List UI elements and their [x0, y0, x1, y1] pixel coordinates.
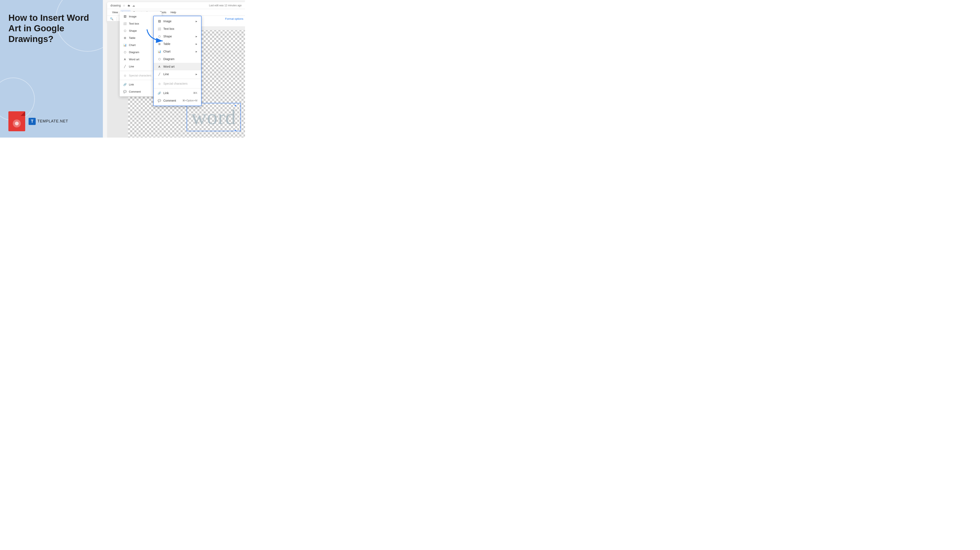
menu2-diagram[interactable]: ⬡ Diagram	[154, 55, 201, 63]
menu2-image-label: Image	[163, 19, 172, 23]
menu2-chart[interactable]: 📊 Chart ▶	[154, 48, 201, 55]
menu2-line-label: Line	[163, 72, 169, 76]
table-icon: ⊞	[123, 36, 127, 40]
menu2-chart-icon: 📊	[158, 49, 161, 53]
textbox-icon: ⬜	[123, 22, 127, 26]
menu2-special-chars-icon: ◎	[158, 82, 161, 86]
line-icon: ╱	[123, 64, 127, 68]
menu2-comment[interactable]: 💬 Comment ⌘+Option+M	[154, 97, 201, 104]
menu1-textbox-label: Text box	[129, 22, 139, 25]
menu2-comment-shortcut: ⌘+Option+M	[183, 99, 197, 102]
word-art-preview: word	[187, 103, 241, 131]
menu2-special-chars-label: Special characters	[163, 82, 188, 85]
drawings-title: drawing	[110, 4, 121, 7]
menu2-wordart[interactable]: A Word art	[154, 63, 201, 70]
special-chars-icon: ◎	[123, 73, 127, 77]
menu2-shape-arrow: ▶	[196, 35, 197, 38]
cloud-icon: ☁	[132, 4, 135, 7]
right-panel: drawing ☆ 🖿 ☁ Last edit was 12 minutes a…	[103, 0, 245, 137]
drawings-titlebar: drawing ☆ 🖿 ☁ Last edit was 12 minutes a…	[107, 2, 245, 9]
menu1-diagram-label: Diagram	[129, 51, 139, 54]
template-logo: T TEMPLATE.NET	[29, 118, 68, 125]
menu2-diagram-icon: ⬡	[158, 57, 161, 61]
blue-arrow	[145, 27, 166, 45]
logo-name: TEMPLATE.NET	[37, 119, 68, 123]
logo-t-icon: T	[29, 118, 36, 125]
menu2-special-chars[interactable]: ◎ Special characters	[154, 80, 201, 88]
wordart-icon: A	[123, 57, 127, 61]
menu1-shape-label: Shape	[129, 29, 137, 32]
menu2-table-arrow: ▶	[196, 43, 197, 45]
menu1-link-label: Link	[129, 83, 134, 86]
menu2-link-shortcut: ⌘K	[193, 92, 197, 94]
link-icon: 🔗	[123, 83, 127, 86]
left-panel: How to Insert Word Art in Google Drawing…	[0, 0, 103, 137]
menu2-comment-label: Comment	[163, 99, 176, 102]
chart-icon: 📊	[123, 43, 127, 47]
bottom-bar: T TEMPLATE.NET	[8, 111, 94, 131]
menu1-comment-label: Comment	[129, 90, 141, 93]
menu2-link-icon: 🔗	[158, 91, 161, 95]
menu2-line[interactable]: ╱ Line ▶	[154, 70, 201, 78]
menu1-image-label: Image	[129, 15, 137, 18]
zoom-btn[interactable]: 🔍	[109, 17, 115, 21]
image-icon: 🖼	[123, 14, 127, 18]
menu2-image-arrow: ▶	[196, 20, 197, 22]
menu2-line-arrow: ▶	[196, 73, 197, 75]
menu-view[interactable]: View	[110, 10, 120, 15]
menu2-chart-arrow: ▶	[196, 50, 197, 53]
menu2-link[interactable]: 🔗 Link ⌘K	[154, 89, 201, 97]
format-options-btn[interactable]: Format options	[225, 17, 243, 21]
menu2-chart-label: Chart	[163, 50, 170, 53]
menu1-line-label: Line	[129, 65, 134, 68]
page-title: How to Insert Word Art in Google Drawing…	[8, 13, 94, 44]
comment-icon: 💬	[123, 90, 127, 94]
menu2-comment-icon: 💬	[158, 99, 161, 102]
menu2-wordart-label: Word art	[163, 65, 175, 68]
diagram-icon: ⬡	[123, 50, 127, 54]
doc-icon	[8, 111, 25, 131]
selection-handle-tl[interactable]	[234, 105, 236, 107]
menu2-image[interactable]: 🖼 Image ▶	[154, 18, 201, 25]
menu2-line-icon: ╱	[158, 72, 161, 76]
menu2-image-icon: 🖼	[158, 19, 161, 23]
last-edit-label: Last edit was 12 minutes ago	[209, 4, 242, 7]
menu1-table-label: Table	[129, 36, 135, 40]
menu2-wordart-icon: A	[158, 65, 161, 69]
selection-handle-bl[interactable]	[234, 129, 236, 131]
menu1-chart-label: Chart	[129, 43, 135, 46]
menu1-wordart-label: Word art	[129, 58, 139, 61]
menu1-special-chars-label: Special characters	[129, 74, 151, 77]
menu2-diagram-label: Diagram	[163, 57, 175, 61]
shape-icon: ⬡	[123, 29, 127, 33]
save-icon: 🖿	[127, 4, 130, 7]
menu2-link-label: Link	[163, 91, 169, 95]
menu-help[interactable]: Help	[169, 10, 178, 15]
star-icon: ☆	[123, 4, 125, 7]
